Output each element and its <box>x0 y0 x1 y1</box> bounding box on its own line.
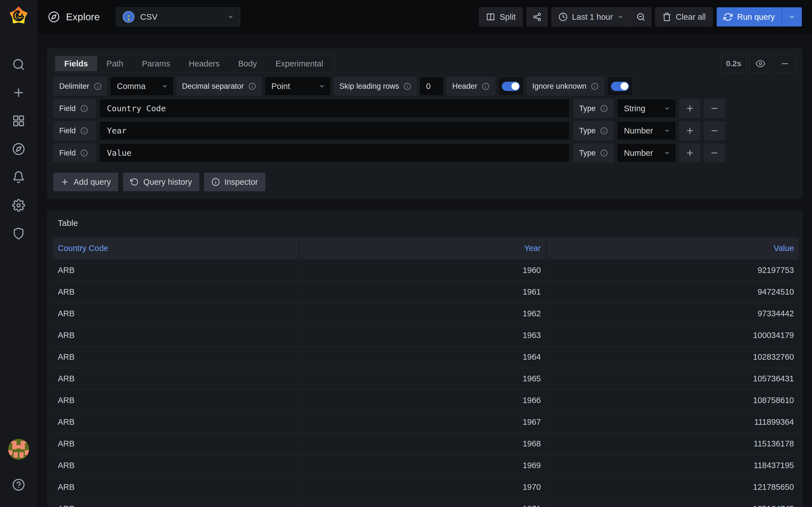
gear-icon <box>12 199 25 212</box>
type-label-text: Type <box>579 149 596 158</box>
tab-path[interactable]: Path <box>97 56 133 71</box>
add-query-button[interactable]: Add query <box>53 173 118 191</box>
delimiter-label-text: Delimiter <box>59 82 89 91</box>
tab-experimental[interactable]: Experimental <box>266 56 333 71</box>
cell-year: 1968 <box>299 433 546 455</box>
sidebar-item-server-admin[interactable] <box>12 227 25 240</box>
field-type-select[interactable]: String <box>617 99 676 118</box>
cell-country-code: ARB <box>53 325 299 346</box>
info-icon[interactable] <box>600 127 608 135</box>
run-query-dropdown-button[interactable] <box>781 7 802 26</box>
info-icon[interactable] <box>248 82 256 90</box>
ignore-unknown-toggle[interactable] <box>607 76 633 96</box>
delimiter-label: Delimiter <box>53 76 107 96</box>
info-icon[interactable] <box>80 149 88 157</box>
info-icon[interactable] <box>80 127 88 135</box>
share-button[interactable] <box>527 7 548 26</box>
remove-field-button[interactable] <box>704 144 725 163</box>
sidebar-item-explore[interactable] <box>12 143 25 156</box>
chevron-down-icon <box>664 128 670 134</box>
header-label-text: Header <box>452 82 477 91</box>
chevron-down-icon <box>789 14 795 20</box>
table-wrap: Country Code Year Value ARB 1960 9219775… <box>53 237 799 507</box>
info-icon[interactable] <box>94 82 101 90</box>
info-icon[interactable] <box>591 82 599 90</box>
tab-params[interactable]: Params <box>133 56 179 71</box>
chevron-down-icon <box>227 14 234 20</box>
field-label: Field <box>53 144 96 163</box>
sidebar-item-create[interactable] <box>12 86 25 99</box>
remove-field-button[interactable] <box>704 121 725 140</box>
grafana-logo[interactable] <box>8 5 29 26</box>
cell-value: 92197753 <box>546 260 799 281</box>
add-field-button[interactable] <box>679 121 701 140</box>
apps-grid-icon <box>12 114 25 127</box>
field-type-value: Number <box>624 149 653 158</box>
query-history-button[interactable]: Query history <box>123 173 199 191</box>
zoom-out-time-button[interactable] <box>631 7 651 26</box>
skip-leading-rows-input[interactable] <box>419 76 444 96</box>
info-icon[interactable] <box>600 149 608 157</box>
topbar-left: Explore ; CSV <box>48 7 240 26</box>
clear-all-button[interactable]: Clear all <box>655 7 713 26</box>
remove-field-button[interactable] <box>704 99 725 118</box>
add-field-button[interactable] <box>679 99 701 118</box>
sidebar-item-alerting[interactable] <box>12 171 25 184</box>
plus-icon <box>61 178 69 186</box>
user-avatar[interactable] <box>8 439 29 460</box>
tab-fields[interactable]: Fields <box>55 56 97 71</box>
run-query-button[interactable]: Run query <box>717 7 781 26</box>
cell-year: 1964 <box>299 346 546 368</box>
field-row-3: Field Type Number <box>53 144 796 163</box>
toggle-on-indicator <box>502 82 520 91</box>
run-query-group: Run query <box>717 7 802 26</box>
table-row: ARB 1966 108758610 <box>53 390 799 411</box>
sidebar-item-configuration[interactable] <box>12 199 25 212</box>
cell-value: 108758610 <box>546 390 799 411</box>
field-type-value: String <box>624 104 645 113</box>
info-icon[interactable] <box>482 82 490 90</box>
datasource-picker[interactable]: ; CSV <box>116 7 240 26</box>
remove-query-button[interactable] <box>774 54 796 73</box>
split-button[interactable]: Split <box>479 7 522 26</box>
cell-country-code: ARB <box>53 303 299 325</box>
info-icon[interactable] <box>600 105 608 112</box>
sidebar-item-search[interactable] <box>12 58 25 71</box>
table-row: ARB 1963 100034179 <box>53 325 799 346</box>
header-toggle[interactable] <box>498 76 524 96</box>
decimal-separator-label: Decimal separator <box>176 76 262 96</box>
info-icon[interactable] <box>403 82 411 90</box>
sidebar-item-help[interactable] <box>12 478 25 491</box>
time-picker-button[interactable]: Last 1 hour <box>552 7 631 26</box>
cell-year: 1970 <box>299 476 546 498</box>
tab-body[interactable]: Body <box>229 56 266 71</box>
tab-headers[interactable]: Headers <box>179 56 229 71</box>
type-label: Type <box>573 99 614 118</box>
editor-header-actions: 0.2s <box>721 54 796 73</box>
field-row-1: Field Type String <box>53 99 796 118</box>
table-row: ARB 1961 94724510 <box>53 281 799 303</box>
query-editor-panel: Fields Path Params Headers Body Experime… <box>47 48 802 198</box>
column-header-value[interactable]: Value <box>546 237 799 260</box>
field-name-input[interactable] <box>99 99 569 118</box>
decimal-separator-select[interactable]: Point <box>264 76 331 96</box>
column-header-country-code[interactable]: Country Code <box>53 237 299 260</box>
inspector-button[interactable]: Inspector <box>204 173 265 191</box>
column-header-year[interactable]: Year <box>299 237 546 260</box>
field-type-select[interactable]: Number <box>617 121 676 140</box>
decimal-separator-label-text: Decimal separator <box>182 82 244 91</box>
add-field-button[interactable] <box>679 144 701 163</box>
info-icon[interactable] <box>80 105 88 112</box>
cell-year: 1960 <box>299 260 546 281</box>
field-type-select[interactable]: Number <box>617 144 676 163</box>
delimiter-select[interactable]: Comma <box>110 76 174 96</box>
results-table: Country Code Year Value ARB 1960 9219775… <box>53 237 799 507</box>
field-row-2: Field Type Number <box>53 121 796 140</box>
field-name-input[interactable] <box>99 121 569 140</box>
sidebar-item-dashboards[interactable] <box>12 114 25 127</box>
page-title: Explore <box>66 11 100 22</box>
field-name-input[interactable] <box>99 144 569 163</box>
disable-query-button[interactable] <box>749 54 771 73</box>
cell-country-code: ARB <box>53 498 299 507</box>
cell-value: 125164745 <box>546 498 799 507</box>
